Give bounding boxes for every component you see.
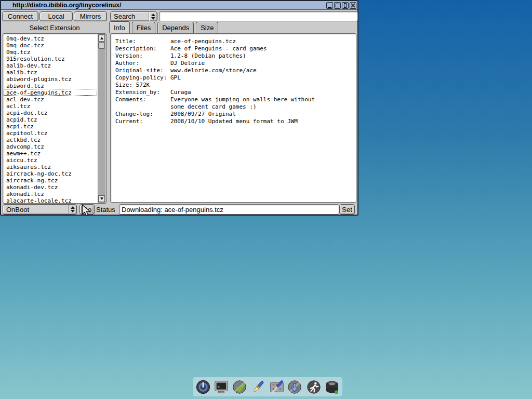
list-item[interactable]: aewm++.tcz: [4, 150, 97, 156]
info-line: Current: 2008/10/10 Updated menu format …: [115, 118, 351, 125]
tab-info[interactable]: Info: [109, 21, 130, 33]
tab-depends[interactable]: Depends: [157, 22, 194, 33]
updown-arrows-icon: [68, 205, 76, 214]
control-panel-icon: [269, 379, 285, 395]
status-field[interactable]: [119, 204, 339, 215]
list-item[interactable]: aalib-dev.tcz: [4, 62, 97, 69]
list-item[interactable]: aiksaurus.tcz: [4, 163, 97, 170]
list-item[interactable]: abiword-plugins.tcz: [4, 75, 97, 82]
info-line: Original-site: www.delorie.com/store/ace: [115, 67, 351, 74]
minimize-button[interactable]: [326, 2, 333, 9]
info-line: Size: 572K: [115, 82, 351, 89]
info-line: Comments: Everyone was jumping on walls …: [115, 96, 351, 103]
maximize-button[interactable]: [334, 2, 341, 9]
dock-item-mount-tool[interactable]: [324, 379, 340, 395]
info-line: Title: ace-of-penguins.tcz: [115, 38, 351, 45]
list-item[interactable]: acpid.tcz: [4, 116, 97, 123]
dock-item-editor[interactable]: [250, 379, 267, 395]
connect-button[interactable]: Connect: [2, 11, 38, 21]
list-item[interactable]: actkbd.tcz: [4, 136, 97, 143]
tab-bar: Info Files Depends Size: [109, 22, 218, 33]
window-titlebar[interactable]: http://distro.ibiblio.org/tinycorelinux/: [1, 1, 357, 10]
info-line: Version: 1.2-8 (Debian patches): [115, 52, 351, 60]
app-browser-icon: [287, 379, 303, 395]
dock-item-app-browser[interactable]: [287, 379, 303, 395]
dock-item-run[interactable]: [305, 379, 322, 395]
tab-files[interactable]: Files: [132, 22, 155, 33]
dock: >_: [193, 377, 342, 396]
status-label: Status: [96, 206, 115, 214]
info-line: Change-log: 2008/09/27 Original: [115, 111, 351, 118]
scrollbar-thumb[interactable]: [98, 42, 105, 49]
package-list-scrollbar[interactable]: [98, 34, 105, 203]
arrow-down-icon: [100, 197, 103, 200]
dock-item-terminal[interactable]: >_: [214, 379, 230, 395]
list-item[interactable]: akonadi-dev.tcz: [4, 183, 97, 190]
search-input[interactable]: [159, 11, 358, 21]
set-button[interactable]: Set: [339, 204, 355, 215]
list-item[interactable]: acl-dev.tcz: [4, 96, 97, 102]
info-line: Author: DJ Delorie: [115, 60, 351, 67]
local-button[interactable]: Local: [39, 11, 73, 21]
run-icon: [306, 379, 322, 395]
close-button[interactable]: [350, 2, 356, 9]
mirrors-button[interactable]: Mirrors: [74, 11, 107, 21]
list-item[interactable]: aircrack-ng-doc.tcz: [4, 170, 97, 177]
list-item[interactable]: 915resolution.tcz: [4, 55, 97, 62]
focus-outline: [81, 206, 93, 213]
list-item[interactable]: ace-of-penguins.tcz: [4, 89, 97, 96]
dock-item-apps-audit[interactable]: [232, 379, 248, 395]
list-item[interactable]: 0mq.tcz: [4, 48, 97, 55]
window-controls: [326, 2, 356, 9]
window-title: http://distro.ibiblio.org/tinycorelinux/: [1, 2, 121, 9]
list-item[interactable]: akonadi.tcz: [4, 190, 97, 197]
list-item[interactable]: acpitool.tcz: [4, 129, 97, 136]
minimize-icon: [328, 7, 331, 8]
info-panel: Title: ace-of-penguins.tczDescription: A…: [110, 33, 356, 203]
list-item[interactable]: acl.tcz: [4, 102, 97, 109]
shade-button[interactable]: [342, 2, 349, 9]
search-mode-value: Search: [111, 12, 149, 20]
list-item[interactable]: abiword.tcz: [4, 82, 97, 89]
info-line: Extension_by: Curaga: [115, 89, 351, 96]
list-item[interactable]: acpi.tcz: [4, 123, 97, 129]
terminal-icon: >_: [214, 379, 229, 395]
dock-item-power[interactable]: [195, 379, 211, 395]
list-item[interactable]: acpi-doc.tcz: [4, 109, 97, 116]
list-item[interactable]: 0mq-dev.tcz: [4, 35, 97, 42]
apps-audit-icon: [232, 379, 248, 395]
package-list-box: 0mq-dev.tcz0mq-doc.tcz0mq.tcz915resoluti…: [3, 33, 107, 204]
info-line: some decent card games :): [115, 103, 351, 111]
tab-size[interactable]: Size: [196, 22, 218, 33]
go-button[interactable]: Go: [79, 204, 95, 215]
select-extension-label: Select Extension: [1, 24, 108, 32]
list-item[interactable]: advcomp.tcz: [4, 143, 97, 150]
appbrowser-window: http://distro.ibiblio.org/tinycorelinux/…: [0, 0, 358, 216]
dock-item-control-panel[interactable]: [269, 379, 285, 395]
list-item[interactable]: aiccu.tcz: [4, 156, 97, 163]
list-item[interactable]: 0mq-doc.tcz: [4, 42, 97, 48]
list-item[interactable]: aircrack-ng.tcz: [4, 177, 97, 183]
scroll-down-button[interactable]: [98, 195, 105, 202]
onboot-select[interactable]: OnBoot: [3, 204, 77, 215]
editor-icon: [250, 379, 266, 395]
maximize-icon: [336, 4, 339, 7]
onboot-value: OnBoot: [3, 206, 68, 214]
arrow-up-icon: [100, 37, 103, 39]
search-mode-select[interactable]: Search: [110, 11, 157, 21]
shade-icon: [344, 3, 347, 8]
list-item[interactable]: alacarte-locale.tcz: [4, 197, 97, 203]
power-icon: [195, 379, 211, 395]
package-list: 0mq-dev.tcz0mq-doc.tcz0mq.tcz915resoluti…: [4, 35, 97, 203]
close-icon: [351, 3, 355, 8]
updown-arrows-icon: [149, 12, 157, 21]
scroll-up-button[interactable]: [98, 35, 105, 42]
info-line: Copying-policy: GPL: [115, 74, 351, 82]
mount-tool-icon: [324, 379, 340, 395]
info-line: Description: Ace of Penguins - card game…: [115, 45, 351, 52]
list-item[interactable]: aalib.tcz: [4, 69, 97, 75]
svg-text:>_: >_: [218, 384, 223, 389]
desktop: http://distro.ibiblio.org/tinycorelinux/…: [0, 0, 532, 399]
